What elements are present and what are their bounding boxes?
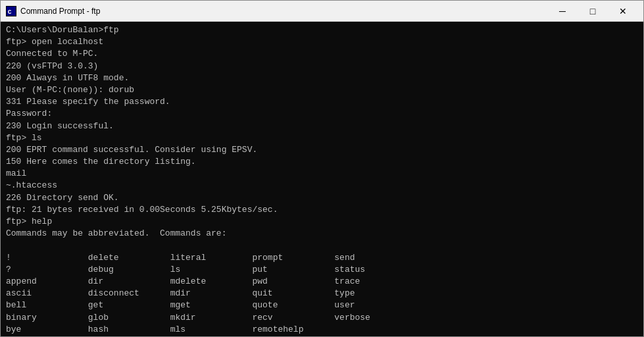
terminal-content: C:\Users\DoruBalan>ftp ftp> open localho…: [6, 24, 638, 336]
cmd-window: C Command Prompt - ftp ─ □ ✕ C:\Users\Do…: [0, 0, 644, 337]
maximize-button[interactable]: □: [578, 1, 608, 22]
terminal-output[interactable]: C:\Users\DoruBalan>ftp ftp> open localho…: [1, 22, 643, 336]
svg-text:C: C: [8, 9, 12, 16]
close-button[interactable]: ✕: [608, 1, 638, 22]
cmd-icon: C: [6, 6, 16, 16]
window-controls: ─ □ ✕: [547, 1, 638, 22]
title-bar: C Command Prompt - ftp ─ □ ✕: [1, 1, 643, 22]
window-title: Command Prompt - ftp: [20, 7, 547, 16]
minimize-button[interactable]: ─: [547, 1, 578, 22]
